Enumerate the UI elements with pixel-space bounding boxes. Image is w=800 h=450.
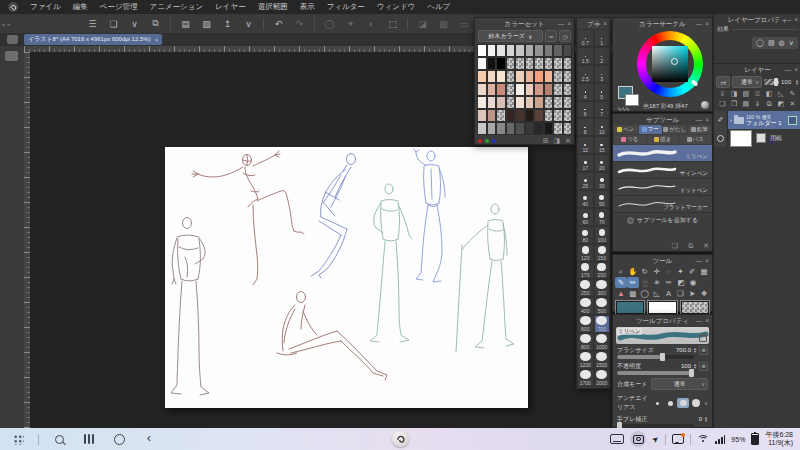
open-file-icon[interactable]: ▧: [198, 17, 215, 31]
subtool-tab-がたし[interactable]: がたし: [663, 125, 687, 134]
color-swatch[interactable]: [487, 96, 497, 109]
apply-mask-icon[interactable]: ◩: [776, 100, 785, 108]
eyedropper-tool-icon[interactable]: ✐: [686, 266, 698, 277]
color-swatch[interactable]: [515, 122, 525, 135]
color-swatch[interactable]: [525, 109, 535, 122]
brush-size-3[interactable]: 3: [594, 65, 611, 83]
brush-size-5[interactable]: 5: [594, 83, 611, 101]
color-swatch[interactable]: [506, 57, 516, 70]
object-tool-icon[interactable]: ❖: [698, 288, 710, 299]
close-icon[interactable]: ×: [705, 257, 709, 264]
minimize-icon[interactable]: —: [696, 257, 703, 264]
brush-size-500[interactable]: 500: [594, 297, 611, 315]
stabilization-value[interactable]: 0: [699, 416, 702, 422]
aa-dropdown-icon[interactable]: ∨: [704, 400, 708, 406]
close-icon[interactable]: ×: [603, 20, 607, 27]
clock[interactable]: 午後6:28 11/9(木): [765, 431, 793, 448]
invert-selection-icon[interactable]: ◐: [363, 17, 380, 31]
color-swatch[interactable]: [515, 57, 525, 70]
document-tab[interactable]: イラスト8* (A4 7016 x 4961px 600dpi 12.5%) ×: [24, 34, 162, 45]
color-swatch[interactable]: [477, 122, 487, 135]
color-swatch[interactable]: [477, 70, 487, 83]
border-effect-icon[interactable]: ◯: [756, 39, 764, 47]
new-vector-layer-icon[interactable]: ❐: [730, 100, 739, 108]
menu-item-2[interactable]: ページ管理: [94, 0, 144, 14]
blend-tool-icon[interactable]: ◉: [687, 277, 699, 288]
brush-size-100[interactable]: 100: [594, 226, 611, 244]
delete-layer-icon[interactable]: ✕: [788, 100, 797, 108]
new-raster-layer-icon[interactable]: ❏: [718, 100, 727, 108]
brush-size-10[interactable]: 10: [594, 118, 611, 136]
sub-color-chip[interactable]: [648, 301, 676, 314]
color-swatch[interactable]: [534, 109, 544, 122]
redo-icon[interactable]: ↷: [291, 17, 308, 31]
save-icon[interactable]: ▤: [177, 17, 194, 31]
palette-tag-dot[interactable]: [478, 139, 482, 143]
brush-size-1700[interactable]: 1700: [577, 369, 594, 387]
color-swatch[interactable]: [506, 44, 516, 57]
layer-gutter[interactable]: [714, 129, 728, 147]
palette-tag-dot[interactable]: [492, 139, 496, 143]
color-swatch[interactable]: [553, 44, 563, 57]
color-swatch[interactable]: [553, 70, 563, 83]
color-swatch[interactable]: [477, 109, 487, 122]
layer-blend-dropdown[interactable]: 通常∨: [732, 76, 762, 88]
decoration-tool-icon[interactable]: ✳: [651, 277, 663, 288]
brush-size-settings-icon[interactable]: ⊞: [699, 346, 708, 355]
enable-mask-icon[interactable]: ◧: [765, 90, 774, 98]
brush-size-300[interactable]: 300: [594, 279, 611, 297]
color-swatch[interactable]: [534, 122, 544, 135]
color-swatch[interactable]: [525, 122, 535, 135]
snap-special-icon[interactable]: ▭: [456, 17, 473, 31]
stepper-icon[interactable]: ▲▼: [704, 416, 708, 422]
color-swatch[interactable]: [515, 96, 525, 109]
wheel-mode-icon[interactable]: [701, 101, 709, 109]
clipboard-icon[interactable]: ⧉: [147, 17, 164, 31]
subtool-tab-つる[interactable]: つる: [614, 135, 646, 144]
color-swatch[interactable]: [544, 44, 554, 57]
color-swatch[interactable]: [506, 109, 516, 122]
pen-tool-icon[interactable]: ✎: [615, 277, 627, 288]
snap-ruler-icon[interactable]: ◪: [414, 17, 431, 31]
brush-size-80[interactable]: 80: [577, 226, 594, 244]
figure-tool-icon[interactable]: ◯: [639, 288, 651, 299]
color-swatch[interactable]: [496, 57, 506, 70]
color-swatch[interactable]: [534, 44, 544, 57]
transfer-down-icon[interactable]: ⇩: [718, 90, 727, 98]
anti-aliasing-option-0[interactable]: [651, 398, 663, 408]
add-subtool-button[interactable]: + サブツールを追加する: [613, 213, 712, 227]
merge-below-icon[interactable]: ⧉: [765, 100, 774, 108]
auto-select-tool-icon[interactable]: ✦: [674, 266, 686, 277]
brush-size-20[interactable]: 20: [594, 154, 611, 172]
brush-size-value[interactable]: 700.0: [676, 347, 691, 353]
frame-tool-icon[interactable]: ▦: [698, 266, 710, 277]
color-swatch[interactable]: [487, 44, 497, 57]
brush-size-1000[interactable]: 1000: [594, 333, 611, 351]
layer-visibility-icon[interactable]: [717, 135, 724, 142]
lock-icon[interactable]: [699, 335, 707, 342]
subtool-item-サインペン[interactable]: サインペン: [613, 162, 712, 179]
brush-size-150[interactable]: 150: [594, 244, 611, 262]
search-icon[interactable]: [49, 430, 69, 448]
color-set-preset-dropdown[interactable]: 鈴木カラーズ∨: [478, 30, 543, 42]
subtool-tab-ペン[interactable]: ペン: [614, 125, 638, 134]
color-swatch[interactable]: [506, 96, 516, 109]
color-swatch[interactable]: [544, 70, 554, 83]
color-swatch[interactable]: [487, 83, 497, 96]
brush-size-1500[interactable]: 1500: [594, 351, 611, 369]
menu-item-0[interactable]: ファイル: [24, 0, 67, 14]
brush-size-7[interactable]: 7: [594, 101, 611, 119]
brush-size-15[interactable]: 15: [594, 136, 611, 154]
color-swatch[interactable]: [487, 109, 497, 122]
new-subtool-icon[interactable]: ❏: [672, 242, 678, 250]
overview-circle-icon[interactable]: [109, 430, 129, 448]
fill-tool-icon[interactable]: ▲: [615, 288, 627, 299]
move-tool-icon[interactable]: ✛: [651, 266, 663, 277]
palette-tag-dot[interactable]: [485, 139, 489, 143]
color-swatch[interactable]: [477, 83, 487, 96]
clip-studio-paint-shelf-icon[interactable]: [392, 430, 409, 447]
brush-size-2000[interactable]: 2000: [594, 369, 611, 387]
brush-size-4[interactable]: 4: [577, 83, 594, 101]
color-swatch[interactable]: [544, 83, 554, 96]
export-dropdown-icon[interactable]: ∨: [240, 17, 257, 31]
